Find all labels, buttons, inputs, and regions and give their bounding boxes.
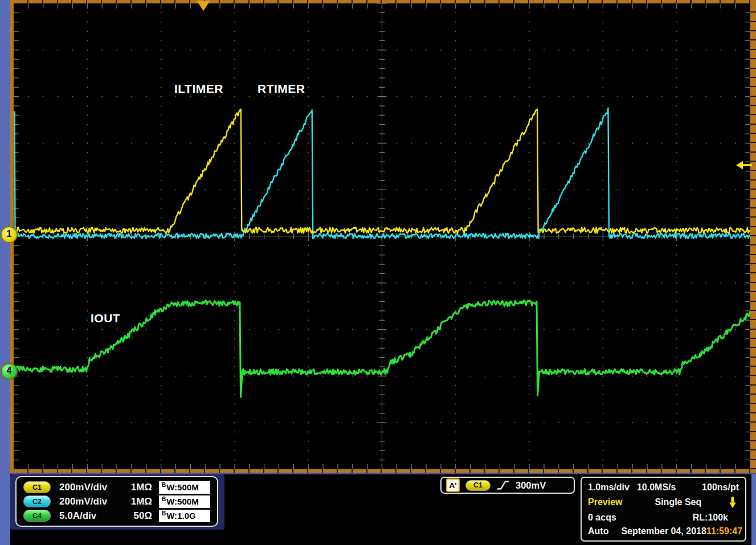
channel-row-c1[interactable]: C1 200mV/div 1MΩ BW:500M: [23, 481, 210, 494]
acquisition-count-row: 0 acqs RL:100k: [588, 513, 739, 523]
oscilloscope-screen: { "channel_panel": { "channels": [ {"id"…: [0, 0, 756, 545]
window-left-strip: [0, 0, 10, 545]
channel-scale: 200mV/div: [59, 482, 107, 493]
bw-value: W:500M: [166, 497, 198, 506]
channel-row-c4[interactable]: C4 5.0A/div 50Ω BW:1.0G: [23, 509, 210, 523]
window-right-strip: [751, 474, 756, 545]
sample-rate-value: 10.0MS/s: [637, 482, 676, 493]
resolution-value: 100ns/pt: [702, 482, 739, 493]
bw-prefix: B: [162, 482, 166, 488]
bw-prefix: B: [162, 497, 166, 502]
acq-count-value: 0 acqs: [588, 513, 616, 523]
preview-status: Preview: [588, 497, 622, 507]
bandwidth-readout[interactable]: BW:500M: [159, 481, 210, 494]
acquisition-mode-row: Preview Single Seq: [588, 496, 739, 509]
date-value: September 04, 2018: [621, 526, 706, 536]
waveform-canvas: [14, 3, 750, 469]
trigger-level-icon[interactable]: [736, 160, 752, 173]
channel-row-c2[interactable]: C2 200mV/div 1MΩ BW:500M: [23, 495, 210, 509]
channel-impedance: 1MΩ: [131, 482, 152, 493]
waveform-display: [14, 3, 750, 469]
channel-badge-c1[interactable]: C1: [23, 481, 51, 493]
trigger-mode-value: Auto: [588, 526, 608, 536]
trigger-a-badge: A': [446, 478, 460, 492]
channel-scale: 5.0A/div: [59, 510, 96, 522]
channel-impedance: 50Ω: [133, 510, 152, 522]
timebase-value: 1.0ms/div: [588, 482, 630, 493]
channel-badge-c4[interactable]: C4: [23, 510, 51, 522]
label-iout: IOUT: [91, 312, 120, 325]
channel-readout-panel: C1 200mV/div 1MΩ BW:500M C2 200mV/div 1M…: [15, 476, 218, 527]
status-indicator-icon: [729, 496, 737, 509]
label-rtimer: RTIMER: [258, 82, 305, 96]
channel4-position-marker[interactable]: 4: [1, 363, 18, 380]
label-iltimer: ILTIMER: [174, 82, 223, 96]
bw-value: W:1.0G: [166, 511, 195, 521]
acquisition-status-panel: 1.0ms/div 10.0MS/s 100ns/pt Preview Sing…: [581, 477, 746, 542]
trigger-position-icon[interactable]: [197, 1, 210, 11]
datetime-row: Auto September 04, 2018 11:59:47: [588, 526, 739, 536]
time-value: 11:59:47: [706, 526, 742, 536]
trigger-source-badge[interactable]: C1: [465, 480, 491, 491]
channel-impedance: 1MΩ: [131, 496, 152, 507]
channel-scale: 200mV/div: [59, 496, 107, 507]
trigger-level-value: 300mV: [516, 480, 546, 491]
acq-type-value: Single Seq: [655, 497, 701, 507]
record-length-value: RL:100k: [693, 513, 728, 523]
rising-edge-icon: [496, 480, 510, 490]
bw-prefix: B: [162, 511, 166, 517]
channel1-position-marker[interactable]: 1: [1, 226, 18, 243]
channel-badge-c2[interactable]: C2: [23, 495, 51, 507]
top-border-ticks: [14, 0, 750, 3]
bandwidth-readout[interactable]: BW:500M: [159, 495, 210, 508]
bw-value: W:500M: [166, 482, 198, 492]
bandwidth-readout[interactable]: BW:1.0G: [159, 510, 210, 522]
timebase-row: 1.0ms/div 10.0MS/s 100ns/pt: [588, 482, 739, 493]
trigger-readout-panel[interactable]: A' C1 300mV: [440, 477, 575, 494]
right-border-ticks: [750, 3, 756, 469]
